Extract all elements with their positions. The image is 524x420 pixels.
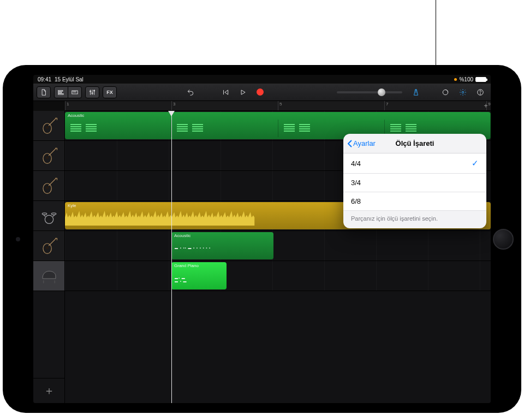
document-icon (40, 88, 47, 96)
svg-point-10 (480, 93, 481, 94)
view-toggle (54, 86, 82, 98)
midi-notes-icon: ▬▪ ▬▬ ▪ ▬ (175, 276, 223, 286)
acoustic-guitar-icon (40, 116, 58, 135)
record-button[interactable] (253, 86, 267, 98)
chevron-left-icon (348, 140, 352, 147)
track-header[interactable] (33, 261, 64, 291)
add-section-button[interactable]: ＋ (482, 102, 490, 109)
play-icon (239, 88, 247, 96)
option-label: 4/4 (351, 159, 361, 168)
recording-indicator-icon (454, 78, 457, 81)
keyboard-icon (71, 88, 79, 96)
popover-title: Ölçü İşareti (396, 139, 434, 147)
front-camera (16, 237, 20, 241)
fx-label: FX (106, 90, 113, 95)
time-signature-option[interactable]: 4/4 ✓ (343, 153, 486, 174)
slider-thumb[interactable] (378, 88, 385, 96)
svg-point-12 (46, 126, 49, 129)
svg-rect-3 (72, 91, 78, 94)
ruler-tick: 3 (171, 101, 176, 110)
region-label: Kyle (68, 203, 76, 208)
midi-region[interactable]: Acoustic ▬ ▪ ▪▪ ▬ ▪ ▪ ▪ ▪ ▪ ▪ (171, 232, 273, 259)
midi-notes-icon: ▬ ▪ ▪▪ ▬ ▪ ▪ ▪ ▪ ▪ ▪ (175, 246, 270, 256)
svg-point-16 (46, 186, 49, 189)
settings-button[interactable] (456, 86, 470, 98)
drum-kit-icon (40, 206, 58, 225)
region-label: Acoustic (174, 233, 190, 238)
time-signature-list: 4/4 ✓ 3/4 6/8 (343, 153, 486, 211)
svg-point-19 (51, 213, 56, 215)
my-songs-button[interactable] (37, 86, 51, 98)
popover-header: Ayarlar Ölçü İşareti (343, 134, 486, 153)
status-date: 15 Eylül Sal (55, 76, 84, 82)
region-label: Acoustic (68, 113, 84, 118)
plus-icon: ＋ (44, 383, 55, 398)
region-label: Grand Piano (174, 263, 199, 268)
instrument-view-button[interactable] (68, 86, 82, 98)
add-track-button[interactable]: ＋ (33, 378, 64, 403)
acoustic-guitar-icon (40, 146, 58, 165)
midi-region[interactable]: Grand Piano ▬▪ ▬▬ ▪ ▬ (171, 262, 227, 289)
rewind-icon (222, 88, 229, 96)
track-header[interactable] (33, 201, 64, 231)
time-signature-popover: Ayarlar Ölçü İşareti 4/4 ✓ 3/4 6 (343, 134, 486, 228)
ipad-frame: 09:41 15 Eylül Sal %100 (3, 65, 521, 413)
battery-icon (475, 77, 486, 82)
track-header[interactable] (33, 171, 64, 201)
ruler-tick: 5 (278, 101, 283, 110)
svg-point-18 (42, 213, 47, 215)
fx-button[interactable]: FX (103, 86, 117, 98)
option-label: 3/4 (351, 179, 361, 187)
svg-rect-2 (58, 93, 63, 94)
metronome-button[interactable] (409, 86, 423, 98)
track-header[interactable] (33, 111, 64, 141)
undo-button[interactable] (183, 86, 198, 98)
svg-point-17 (45, 215, 53, 223)
popover-back-button[interactable]: Ayarlar (348, 134, 376, 153)
svg-rect-0 (58, 90, 63, 91)
battery-percent: %100 (459, 76, 473, 82)
toolbar: FX (33, 84, 491, 101)
loop-icon (442, 88, 449, 96)
svg-point-21 (46, 246, 49, 249)
help-button[interactable] (473, 86, 487, 98)
grand-piano-icon (40, 267, 58, 285)
timeline-ruler[interactable]: 1 3 5 7 9 ＋ (65, 101, 491, 111)
track-headers: ＋ (33, 111, 65, 403)
help-icon (477, 88, 484, 96)
track-lane[interactable]: Grand Piano ▬▪ ▬▬ ▪ ▬ (65, 261, 491, 291)
app-screen: 09:41 15 Eylül Sal %100 (33, 75, 491, 403)
loop-browser-button[interactable] (438, 86, 452, 98)
track-header[interactable] (33, 231, 64, 261)
status-bar: 09:41 15 Eylül Sal %100 (33, 75, 491, 84)
track-controls-button[interactable] (85, 86, 99, 98)
popover-back-label: Ayarlar (353, 139, 376, 147)
master-volume-slider[interactable] (337, 91, 402, 93)
metronome-icon (412, 88, 420, 96)
svg-point-14 (46, 156, 49, 159)
track-header[interactable] (33, 141, 64, 171)
option-label: 6/8 (351, 197, 361, 205)
go-to-start-button[interactable] (218, 86, 233, 98)
time-signature-option[interactable]: 3/4 (343, 174, 486, 192)
track-lane[interactable]: Acoustic ▬ ▪ ▪▪ ▬ ▪ ▪ ▪ ▪ ▪ ▪ (65, 231, 491, 261)
track-lanes[interactable]: Acoustic (65, 111, 491, 403)
tracks-view-button[interactable] (54, 86, 68, 98)
record-icon (257, 88, 264, 96)
ruler-tick: 7 (384, 101, 389, 110)
checkmark-icon: ✓ (472, 158, 479, 168)
acoustic-guitar-icon (40, 236, 58, 255)
svg-point-8 (462, 91, 464, 93)
tracks-area: ＋ Acoustic (33, 111, 491, 403)
tracks-view-icon (57, 88, 65, 96)
svg-rect-1 (58, 92, 62, 93)
popover-footer: Parçanız için ölçü işaretini seçin. (343, 211, 486, 228)
ruler-tick: 1 (65, 101, 70, 110)
home-button[interactable] (493, 229, 514, 250)
time-signature-option[interactable]: 6/8 (343, 192, 486, 211)
undo-icon (187, 88, 194, 96)
play-button[interactable] (236, 86, 250, 98)
acoustic-guitar-icon (40, 176, 58, 195)
sliders-icon (88, 88, 96, 96)
gear-icon (459, 88, 467, 96)
